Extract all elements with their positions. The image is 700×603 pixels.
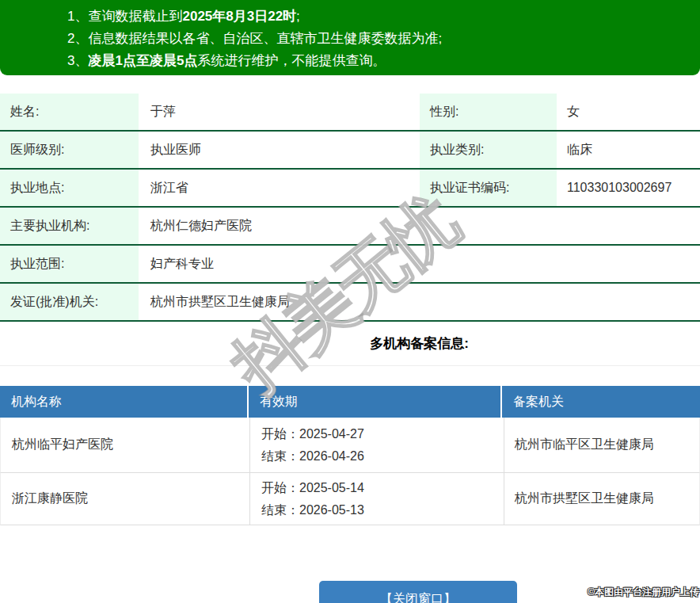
table-row: 执业范围: 妇产科专业 (0, 246, 700, 284)
validity-end: 结束：2026-04-26 (261, 445, 504, 468)
column-header-validity: 有效期 (249, 386, 502, 418)
table-row: 主要执业机构: 杭州仁德妇产医院 (0, 208, 700, 246)
table-row: 医师级别: 执业医师 执业类别: 临床 (0, 132, 700, 170)
field-value-name: 于萍 (139, 94, 420, 130)
field-value-main-institution: 杭州仁德妇产医院 (139, 208, 700, 244)
field-label-gender: 性别: (420, 94, 557, 130)
table-row: 发证(批准)机关: 杭州市拱墅区卫生健康局 (0, 284, 700, 322)
validity-cell: 开始：2025-05-14 结束：2026-05-13 (250, 473, 504, 525)
notice-bold-text: 2025年8月3日22时 (182, 9, 296, 24)
field-label-issuing-authority: 发证(批准)机关: (0, 284, 139, 320)
field-label-main-institution: 主要执业机构: (0, 208, 139, 244)
doctor-info-table: 姓名: 于萍 性别: 女 医师级别: 执业医师 执业类别: 临床 执业地点: 浙… (0, 94, 700, 322)
notice-bold-text: 凌晨1点至凌晨5点 (88, 53, 197, 68)
table-row: 浙江康静医院 开始：2025-05-14 结束：2026-05-13 杭州市拱墅… (0, 473, 700, 525)
authority-cell: 杭州市拱墅区卫生健康局 (504, 473, 699, 525)
table-row: 杭州临平妇产医院 开始：2025-04-27 结束：2026-04-26 杭州市… (0, 418, 700, 473)
notice-banner: 1、查询数据截止到2025年8月3日22时; 2、信息数据结果以各省、自治区、直… (0, 0, 700, 75)
table-row: 执业地点: 浙江省 执业证书编码: 110330103002697 (0, 170, 700, 208)
org-name-cell: 浙江康静医院 (1, 473, 250, 525)
validity-start: 开始：2025-05-14 (261, 477, 504, 499)
notice-line-2: 2、信息数据结果以各省、自治区、直辖市卫生健康委数据为准; (67, 28, 684, 50)
notice-text: 查询数据截止到 (88, 9, 182, 24)
section-title-row: 多机构备案信息: (0, 322, 700, 366)
table-row: 姓名: 于萍 性别: 女 (0, 94, 700, 132)
notice-text-post: ; (296, 9, 300, 24)
validity-end: 结束：2026-05-13 (261, 499, 504, 521)
close-window-button[interactable]: 【关闭窗口】 (319, 581, 517, 603)
multi-institution-section-title: 多机构备案信息: (370, 334, 469, 353)
column-header-org-name: 机构名称 (0, 386, 249, 418)
field-value-practice-location: 浙江省 (139, 170, 420, 206)
field-value-doctor-level: 执业医师 (139, 132, 420, 168)
column-header-authority: 备案机关 (502, 386, 700, 418)
field-value-practice-scope: 妇产科专业 (139, 246, 700, 282)
field-value-issuing-authority: 杭州市拱墅区卫生健康局 (139, 284, 700, 320)
notice-number: 3、 (67, 53, 88, 68)
notice-text: 信息数据结果以各省、自治区、直辖市卫生健康委数据为准; (88, 31, 442, 46)
field-value-certificate-number: 110330103002697 (557, 170, 700, 206)
field-label-name: 姓名: (0, 94, 139, 130)
field-value-practice-category: 临床 (557, 132, 700, 168)
registration-table-header: 机构名称 有效期 备案机关 (0, 386, 700, 418)
upload-note-watermark: ©本图由平台注册用户上传 (588, 586, 699, 599)
registration-table: 机构名称 有效期 备案机关 杭州临平妇产医院 开始：2025-04-27 结束：… (0, 386, 700, 525)
field-label-practice-location: 执业地点: (0, 170, 139, 206)
validity-cell: 开始：2025-04-27 结束：2026-04-26 (250, 418, 504, 472)
notice-number: 2、 (67, 31, 88, 46)
notice-number: 1、 (67, 9, 88, 24)
notice-line-1: 1、查询数据截止到2025年8月3日22时; (67, 6, 684, 28)
field-label-practice-category: 执业类别: (420, 132, 557, 168)
validity-start: 开始：2025-04-27 (261, 423, 504, 445)
notice-text-post: 系统进行维护，不能提供查询。 (197, 53, 386, 68)
notice-line-3: 3、凌晨1点至凌晨5点系统进行维护，不能提供查询。 (67, 50, 684, 72)
field-label-doctor-level: 医师级别: (0, 132, 139, 168)
field-label-practice-scope: 执业范围: (0, 246, 139, 282)
field-label-certificate-number: 执业证书编码: (420, 170, 557, 206)
org-name-cell: 杭州临平妇产医院 (1, 418, 250, 472)
field-value-gender: 女 (557, 94, 700, 130)
authority-cell: 杭州市临平区卫生健康局 (504, 418, 699, 472)
